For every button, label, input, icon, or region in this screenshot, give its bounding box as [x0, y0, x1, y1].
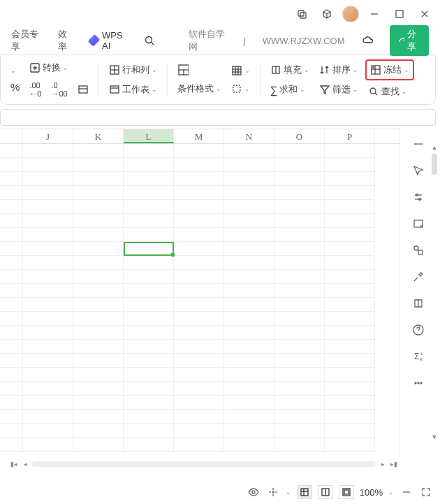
cell[interactable]	[23, 410, 73, 424]
cell[interactable]	[73, 144, 124, 158]
cell[interactable]	[174, 144, 224, 158]
cell[interactable]	[174, 382, 224, 396]
cell[interactable]	[124, 424, 174, 438]
sum-button[interactable]: ∑求和⌄	[267, 81, 312, 98]
cell[interactable]	[124, 438, 174, 452]
cell[interactable]	[124, 144, 174, 158]
cell[interactable]	[73, 340, 124, 354]
cell[interactable]	[124, 186, 174, 200]
cell[interactable]	[124, 340, 174, 354]
scroll-right-icon[interactable]: ▸	[379, 461, 387, 468]
view-page-button[interactable]	[318, 485, 333, 499]
share-button[interactable]: 分享	[390, 25, 430, 56]
view-break-button[interactable]	[339, 485, 354, 499]
cell[interactable]	[274, 172, 325, 186]
cell[interactable]	[124, 368, 174, 382]
cell[interactable]	[23, 326, 73, 340]
cell[interactable]	[274, 438, 325, 452]
cell[interactable]	[0, 228, 23, 242]
cell[interactable]	[325, 354, 375, 368]
cell[interactable]	[224, 340, 274, 354]
more-icon[interactable]	[411, 376, 425, 390]
percent-button[interactable]: %	[8, 79, 22, 95]
cell[interactable]	[23, 186, 73, 200]
view-normal-button[interactable]	[297, 485, 312, 499]
cell[interactable]	[124, 228, 174, 242]
cell[interactable]	[174, 214, 224, 228]
colhead-selected[interactable]: L	[124, 129, 174, 143]
cell[interactable]	[23, 242, 73, 256]
table-style-button[interactable]: ⌄	[228, 63, 253, 78]
cell[interactable]	[0, 340, 23, 354]
colhead[interactable]: K	[73, 129, 124, 143]
cell[interactable]	[73, 172, 124, 186]
cell[interactable]	[274, 340, 325, 354]
cell[interactable]	[224, 298, 274, 312]
scroll-up-icon[interactable]: ▲	[430, 144, 439, 152]
cell[interactable]	[23, 214, 73, 228]
cell[interactable]	[224, 326, 274, 340]
colhead[interactable]: N	[224, 129, 274, 143]
cell[interactable]	[0, 172, 23, 186]
cell[interactable]	[124, 270, 174, 284]
cell[interactable]	[73, 438, 124, 452]
cell[interactable]	[224, 144, 274, 158]
cell[interactable]	[0, 214, 23, 228]
cell[interactable]	[0, 284, 23, 298]
cell[interactable]	[0, 382, 23, 396]
cell[interactable]	[224, 214, 274, 228]
cell[interactable]	[325, 214, 375, 228]
cell[interactable]	[124, 326, 174, 340]
cell[interactable]	[0, 354, 23, 368]
formula-bar[interactable]	[0, 109, 436, 126]
cell[interactable]	[325, 242, 375, 256]
cell[interactable]	[274, 200, 325, 214]
colhead[interactable]: O	[274, 129, 325, 143]
cell[interactable]	[23, 284, 73, 298]
scroll-first-icon[interactable]: ▮◂	[10, 461, 18, 468]
cell[interactable]	[224, 410, 274, 424]
cell[interactable]	[124, 354, 174, 368]
cube-icon[interactable]	[317, 4, 337, 24]
cell[interactable]	[73, 410, 124, 424]
cell[interactable]	[174, 228, 224, 242]
scroll-thumb[interactable]	[432, 154, 437, 175]
cell[interactable]	[23, 158, 73, 172]
cell[interactable]	[174, 270, 224, 284]
cell[interactable]	[0, 312, 23, 326]
cell[interactable]	[325, 382, 375, 396]
cell[interactable]	[325, 158, 375, 172]
menu-wpsai[interactable]: WPS AI	[90, 30, 128, 51]
cell[interactable]	[73, 242, 124, 256]
cell[interactable]	[224, 228, 274, 242]
grid-rows[interactable]	[0, 144, 399, 457]
cell[interactable]	[224, 270, 274, 284]
cell[interactable]	[274, 368, 325, 382]
cell[interactable]	[23, 396, 73, 410]
cell[interactable]	[325, 186, 375, 200]
cell[interactable]	[0, 424, 23, 438]
cell[interactable]	[124, 410, 174, 424]
minimize-icon[interactable]	[365, 4, 384, 24]
cell[interactable]	[224, 354, 274, 368]
cell[interactable]	[0, 368, 23, 382]
filter-button[interactable]: 筛选⌄	[316, 81, 361, 98]
cell[interactable]	[224, 172, 274, 186]
condformat-button[interactable]: 条件格式⌄	[175, 80, 224, 97]
cell[interactable]	[124, 200, 174, 214]
vertical-scrollbar[interactable]: ▲ ▼	[430, 144, 439, 446]
cell[interactable]	[73, 312, 124, 326]
cell[interactable]	[224, 242, 274, 256]
cell[interactable]	[274, 354, 325, 368]
cell[interactable]	[73, 382, 124, 396]
cell[interactable]	[325, 270, 375, 284]
cell[interactable]	[73, 214, 124, 228]
cell[interactable]	[73, 186, 124, 200]
shapes-icon[interactable]	[411, 243, 425, 257]
formula-icon[interactable]: Σ+x	[411, 350, 425, 363]
cell[interactable]	[0, 396, 23, 410]
cell[interactable]	[325, 410, 375, 424]
cell[interactable]	[274, 256, 325, 270]
colhead[interactable]: P	[325, 129, 375, 143]
rowcol-button[interactable]: 行和列⌄	[106, 62, 160, 78]
